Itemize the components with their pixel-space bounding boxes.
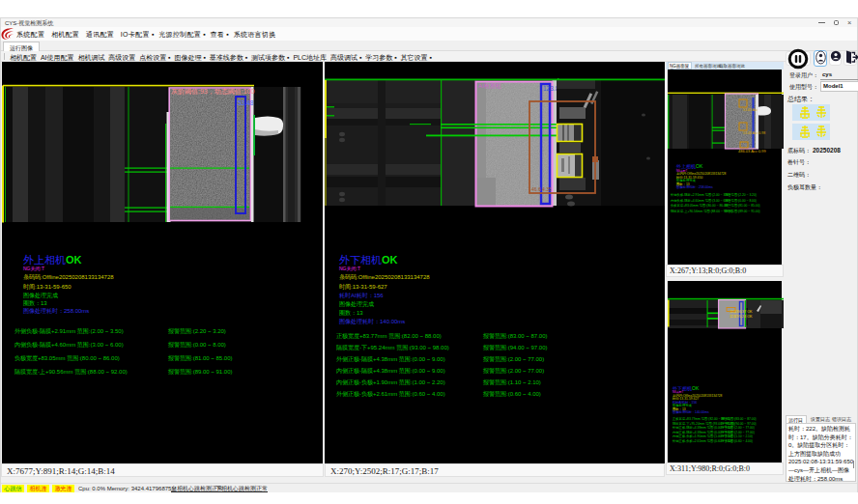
svg-text:内侧负极-隔膜+4.60mm 范围:(3.00 ~ 6.00: 内侧负极-隔膜+4.60mm 范围:(3.00 ~ 6.00)	[14, 341, 124, 349]
svg-text:报警范围:(81.00 ~ 85.00): 报警范围:(81.00 ~ 85.00)	[725, 203, 760, 208]
svg-text:53.48: 53.48	[238, 99, 254, 106]
svg-text:圈数：13: 圈数：13	[339, 310, 363, 317]
svg-text:报警范围:(94.00 ~ 97.00): 报警范围:(94.00 ~ 97.00)	[482, 344, 548, 351]
svg-text:报警范围:(0.60 ~ 4.00): 报警范围:(0.60 ~ 4.00)	[482, 390, 541, 398]
svg-text:条码码:Offline20250208133134728: 条码码:Offline20250208133134728	[339, 273, 430, 280]
svg-text:报警范围:(83.00 ~ 87.00): 报警范围:(83.00 ~ 87.00)	[482, 332, 548, 340]
svg-text:图像处理完成: 图像处理完成	[339, 300, 374, 308]
svg-text:NG关闭:T: NG关闭:T	[339, 266, 360, 272]
svg-text:宽度95.24 OK: 宽度95.24 OK	[729, 314, 753, 319]
svg-text:图像处理完成: 图像处理完成	[23, 292, 58, 299]
svg-text:AI检测框: AI检测框	[478, 82, 501, 89]
svg-text:报警范围:(2.20 ~ 3.20): 报警范围:(2.20 ~ 3.20)	[725, 192, 757, 197]
svg-text:外下相机OK: 外下相机OK	[339, 254, 398, 266]
svg-text:外上相机OK: 外上相机OK	[23, 254, 82, 266]
svg-text:报警范围:(0.00 ~ 8.00): 报警范围:(0.00 ~ 8.00)	[725, 198, 757, 203]
svg-text:隔膜宽度-下+95.24mm 范围:(93.00 ~ 98.: 隔膜宽度-下+95.24mm 范围:(93.00 ~ 98.00)	[336, 344, 449, 351]
svg-text:486.03 Acc:0.99: 486.03 Acc:0.99	[738, 149, 766, 154]
svg-text:耗时AI耗时：156: 耗时AI耗时：156	[339, 293, 384, 299]
svg-text:负极宽度+83.05mm 范围:(80.00 ~ 86.00: 负极宽度+83.05mm 范围:(80.00 ~ 86.00)	[14, 354, 120, 362]
svg-text:外侧负极-隔膜+2.91mm 范围:(2.00 ~ 3.50: 外侧负极-隔膜+2.91mm 范围:(2.00 ~ 3.50)	[14, 327, 124, 335]
svg-text:灰阶阈值:93，动态阈值:100: 灰阶阈值:93，动态阈值:100	[171, 88, 254, 96]
svg-text:报警范围:(94.00 ~ 97.00): 报警范围:(94.00 ~ 97.00)	[721, 421, 757, 426]
svg-text:图像处理耗时：258.00ms: 图像处理耗时：258.00ms	[23, 307, 89, 315]
svg-text:NG关闭:T: NG关闭:T	[23, 266, 44, 272]
svg-text:圈数：13: 圈数：13	[23, 300, 47, 307]
svg-text:46.6 4.35: 46.6 4.35	[531, 186, 552, 192]
svg-text:外侧正极-隔膜+4.38mm 范围:(0.00 ~ 9.00: 外侧正极-隔膜+4.38mm 范围:(0.00 ~ 9.00)	[336, 355, 445, 363]
svg-text:外侧负极-隔膜+2.91mm 范围:(2.00 ~ 3.50: 外侧负极-隔膜+2.91mm 范围:(2.00 ~ 3.50)	[671, 192, 730, 197]
svg-text:图像处理耗时：140.00ms: 图像处理耗时：140.00ms	[339, 318, 405, 325]
svg-text:时间:13-31-59-650: 时间:13-31-59-650	[23, 284, 72, 291]
svg-text:图像处理耗时：258.00ms: 图像处理耗时：258.00ms	[676, 184, 713, 189]
svg-text:报警范围:(89.00 ~ 91.00): 报警范围:(89.00 ~ 91.00)	[725, 209, 760, 213]
svg-text:正极宽度+83.77mm 范围:(82.00 ~ 88.00: 正极宽度+83.77mm 范围:(82.00 ~ 88.00)	[336, 332, 442, 340]
svg-text:报警范围:(1.10 ~ 2.10): 报警范围:(1.10 ~ 2.10)	[721, 434, 753, 438]
svg-text:图像处理耗时：140.00ms: 图像处理耗时：140.00ms	[672, 409, 709, 414]
svg-text:外上相机OK: 外上相机OK	[676, 163, 703, 169]
svg-text:外下相机OK: 外下相机OK	[672, 385, 700, 391]
svg-text:53.48 Acc:0.98: 53.48 Acc:0.98	[743, 131, 765, 135]
svg-text:负极宽度+83.05mm 范围:(80.00 ~ 86.00: 负极宽度+83.05mm 范围:(80.00 ~ 86.00)	[671, 204, 729, 208]
svg-text:报警范围:(81.00 ~ 85.00): 报警范围:(81.00 ~ 85.00)	[167, 354, 233, 362]
svg-text:报警范围:(89.00 ~ 91.00): 报警范围:(89.00 ~ 91.00)	[167, 368, 233, 376]
svg-text:报警范围:(83.00 ~ 87.00): 报警范围:(83.00 ~ 87.00)	[721, 416, 757, 421]
svg-text:报警范围:(2.00 ~ 77.00): 报警范围:(2.00 ~ 77.00)	[721, 425, 755, 430]
svg-text:报警范围:(0.60 ~ 4.00): 报警范围:(0.60 ~ 4.00)	[721, 438, 753, 443]
svg-text:报警范围:(2.20 ~ 3.20): 报警范围:(2.20 ~ 3.20)	[167, 327, 226, 335]
svg-text:内侧负极-隔膜+4.60mm 范围:(3.00 ~ 6.00: 内侧负极-隔膜+4.60mm 范围:(3.00 ~ 6.00)	[671, 199, 730, 203]
svg-text:报警范围:(2.00 ~ 77.00): 报警范围:(2.00 ~ 77.00)	[482, 367, 544, 375]
svg-text:报警范围:(0.00 ~ 8.00): 报警范围:(0.00 ~ 8.00)	[167, 341, 226, 349]
svg-text:条码码:Offline20250208133134728: 条码码:Offline20250208133134728	[23, 273, 114, 280]
svg-text:报警范围:(1.10 ~ 2.10): 报警范围:(1.10 ~ 2.10)	[482, 378, 541, 386]
svg-text:报警范围:(2.00 ~ 77.00): 报警范围:(2.00 ~ 77.00)	[721, 430, 755, 434]
svg-text:外侧正极-负极+2.61mm 范围:(0.60 ~ 4.00: 外侧正极-负极+2.61mm 范围:(0.60 ~ 4.00)	[336, 390, 445, 398]
svg-text:报警范围:(2.00 ~ 77.00): 报警范围:(2.00 ~ 77.00)	[482, 355, 544, 363]
svg-text:时间:13-31-59-627: 时间:13-31-59-627	[339, 284, 387, 291]
svg-text:内侧正极-隔膜+4.38mm 范围:(0.00 ~ 9.00: 内侧正极-隔膜+4.38mm 范围:(0.00 ~ 9.00)	[336, 367, 445, 375]
svg-text:内侧正极-负极+1.90mm 范围:(1.00 ~ 2.20: 内侧正极-负极+1.90mm 范围:(1.00 ~ 2.20)	[336, 379, 445, 386]
svg-text:隔膜宽度-上+90.56mm 范围:(88.00 ~ 92.: 隔膜宽度-上+90.56mm 范围:(88.00 ~ 92.00)	[14, 368, 128, 376]
svg-text:隔膜宽度-上+90.56mm 范围:(88.00 ~ 92.: 隔膜宽度-上+90.56mm 范围:(88.00 ~ 92.00)	[671, 210, 732, 213]
